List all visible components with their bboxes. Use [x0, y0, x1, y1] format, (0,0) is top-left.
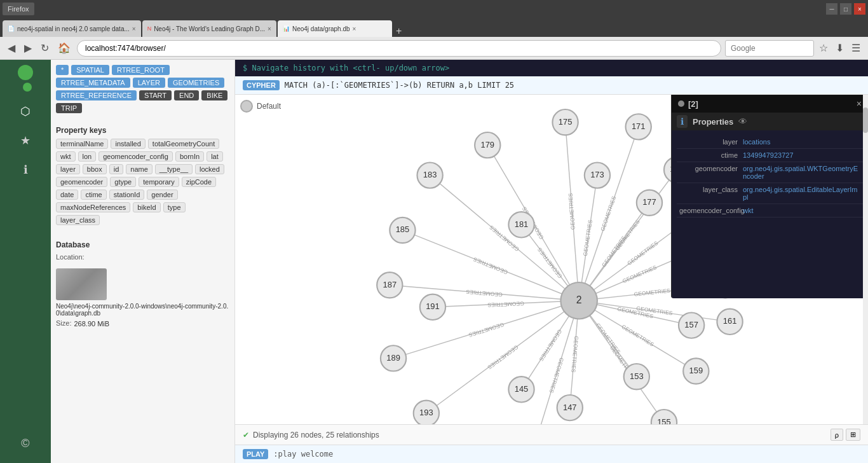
prop-key-layer_class[interactable]: layer_class	[56, 215, 100, 225]
prop-key-name[interactable]: name	[126, 164, 153, 174]
tab-1[interactable]: N Neo4j - The World's Leading Graph D...…	[142, 20, 276, 37]
graph-area[interactable]: Default GEOMETRIESGEOMETRIESGEOMETRIESGE…	[235, 95, 868, 424]
prop-key-geomencoder_config[interactable]: geomencoder_config	[98, 151, 173, 162]
forward-button[interactable]: ▶	[22, 41, 34, 55]
tag-trip[interactable]: TRIP	[56, 103, 82, 113]
sidebar-item-copyright[interactable]: ©	[18, 434, 32, 453]
tab-0-close[interactable]: ×	[132, 25, 136, 32]
tab-0[interactable]: 📄 neo4j-spatial in neo4j 2.0 sample data…	[3, 20, 141, 37]
node-159[interactable]: 159	[683, 358, 709, 384]
edge-label-185: GEOMETRIES	[472, 256, 508, 276]
prop-key-ctime[interactable]: ctime	[81, 190, 106, 200]
sidebar-item-favorites[interactable]: ★	[18, 131, 33, 150]
address-bar[interactable]	[77, 40, 721, 57]
panel-eye-icon[interactable]: 👁	[738, 116, 747, 127]
node-185[interactable]: 185	[390, 218, 415, 243]
prop-key-layer[interactable]: layer	[56, 164, 80, 174]
tag-rtree_metadata[interactable]: RTREE_METADATA	[56, 78, 130, 88]
tag-layer[interactable]: LAYER	[133, 78, 165, 88]
sidebar-item-database[interactable]: ⬡	[18, 102, 33, 121]
status-bar: ✔ Displaying 26 nodes, 25 relationships …	[235, 424, 868, 445]
prop-key-temporary[interactable]: temporary	[139, 177, 179, 187]
prop-key-terminalName[interactable]: terminalName	[56, 139, 108, 149]
prop-name-layer_class: layer_class	[679, 186, 743, 193]
tag-start[interactable]: START	[139, 90, 172, 100]
minimize-button[interactable]: ─	[826, 3, 837, 15]
edge-label-189: GEOMETRIES	[468, 321, 505, 338]
node-147[interactable]: 147	[557, 395, 583, 420]
tag-spatial[interactable]: SPATIAL	[71, 65, 109, 75]
node-173[interactable]: 173	[585, 162, 610, 188]
prop-key-maxNodeReferences[interactable]: maxNodeReferences	[56, 202, 130, 212]
reload-button[interactable]: ↻	[38, 41, 51, 55]
prop-key-stationId[interactable]: stationId	[109, 190, 145, 200]
command-bar: $ Navigate history with <ctrl- up/down a…	[235, 60, 868, 76]
scrollbar[interactable]	[863, 95, 868, 424]
prop-key-wkt[interactable]: wkt	[56, 151, 76, 162]
panel-info-icon[interactable]: ℹ	[677, 115, 688, 128]
home-button[interactable]: 🏠	[55, 41, 73, 55]
node-179[interactable]: 179	[475, 132, 500, 158]
tag-end[interactable]: END	[174, 90, 199, 100]
left-panel: *SPATIALRTREE_ROOTRTREE_METADATALAYERGEO…	[51, 60, 235, 463]
prop-key-bikeId[interactable]: bikeId	[133, 202, 160, 212]
node-161[interactable]: 161	[717, 309, 742, 335]
prop-key-totalGeometryCount[interactable]: totalGeometryCount	[148, 139, 219, 149]
menu-button[interactable]: ☰	[849, 41, 863, 55]
tag-rtree_reference[interactable]: RTREE_REFERENCE	[56, 90, 137, 100]
new-tab-button[interactable]: +	[393, 25, 404, 37]
node-187[interactable]: 187	[377, 272, 402, 298]
tag-bike[interactable]: BIKE	[201, 90, 227, 100]
node-157[interactable]: 157	[679, 312, 704, 338]
node-181[interactable]: 181	[508, 212, 534, 237]
prop-key-type[interactable]: type	[163, 202, 186, 212]
tag-*[interactable]: *	[56, 65, 69, 75]
bookmark-button[interactable]: ☆	[817, 41, 831, 55]
graph-view-button[interactable]: ρ	[831, 429, 843, 441]
prop-key-lat[interactable]: lat	[207, 151, 223, 162]
node-171[interactable]: 171	[626, 114, 651, 139]
node-183[interactable]: 183	[417, 162, 442, 188]
node-191[interactable]: 191	[420, 294, 445, 320]
prop-key-locked[interactable]: locked	[195, 164, 224, 174]
close-button[interactable]: ×	[854, 3, 865, 15]
node-175[interactable]: 175	[552, 109, 578, 135]
table-view-button[interactable]: ⊞	[846, 429, 860, 441]
scrollbar-thumb[interactable]	[863, 107, 868, 133]
prop-key-id[interactable]: id	[109, 164, 124, 174]
node-153[interactable]: 153	[624, 364, 649, 389]
node-155[interactable]: 155	[651, 410, 677, 424]
tab-1-close[interactable]: ×	[268, 25, 271, 32]
prop-key-date[interactable]: date	[56, 190, 78, 200]
tag-geometries[interactable]: GEOMETRIES	[168, 78, 224, 88]
play-text: :play welcome	[273, 450, 333, 459]
prop-key-zipCode[interactable]: zipCode	[182, 177, 216, 187]
node-label-145: 145	[515, 384, 529, 394]
tab-2-close[interactable]: ×	[353, 25, 356, 32]
node-145[interactable]: 145	[508, 377, 534, 402]
node-2_center[interactable]: 2	[560, 282, 597, 319]
panel-close-button[interactable]: ×	[857, 99, 862, 109]
sidebar-item-info[interactable]: ℹ	[21, 160, 31, 179]
prop-key-gtype[interactable]: gtype	[110, 177, 136, 187]
maximize-button[interactable]: □	[840, 3, 851, 15]
prop-key-__type__[interactable]: __type__	[155, 164, 193, 174]
prop-key-gender[interactable]: gender	[147, 190, 177, 200]
prop-row-layer: layerlocations	[677, 135, 863, 149]
firefox-button[interactable]: Firefox	[3, 3, 34, 15]
prop-key-installed[interactable]: installed	[111, 139, 145, 149]
main-area: $ Navigate history with <ctrl- up/down a…	[235, 60, 868, 463]
prop-key-geomencoder[interactable]: geomencoder	[56, 177, 107, 187]
search-bar[interactable]	[725, 40, 814, 57]
prop-key-lon[interactable]: lon	[78, 151, 97, 162]
tab-2[interactable]: 📊 Neo4j data/graph.db ×	[278, 20, 392, 37]
node-177[interactable]: 177	[637, 190, 662, 216]
property-keys-section: terminalNameinstalledtotalGeometryCountw…	[56, 139, 229, 225]
prop-key-bornIn[interactable]: bornIn	[175, 151, 204, 162]
back-button[interactable]: ◀	[5, 41, 18, 55]
node-189[interactable]: 189	[381, 345, 406, 371]
prop-key-bbox[interactable]: bbox	[83, 164, 107, 174]
tag-rtree_root[interactable]: RTREE_ROOT	[112, 65, 170, 75]
downloads-button[interactable]: ⬇	[833, 41, 846, 55]
node-193[interactable]: 193	[414, 401, 439, 424]
